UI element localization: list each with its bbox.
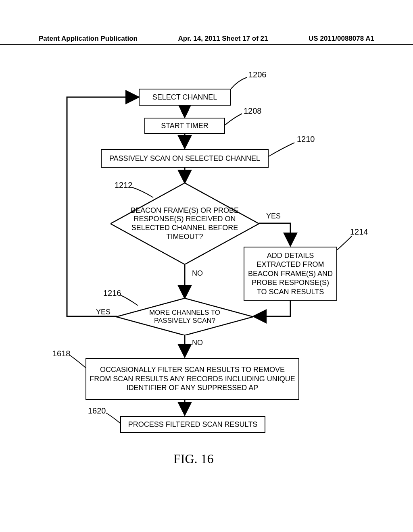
label-no-beacon: NO: [192, 269, 203, 278]
step-filter-results-label: OCCASIONALLY FILTER SCAN RESULTS TO REMO…: [90, 365, 295, 393]
decision-beacon-received-label: BEACON FRAME(S) OR PROBE RESPONSE(S) REC…: [123, 206, 247, 241]
ref-1216: 1216: [103, 289, 121, 298]
decision-more-channels-label: MORE CHANNELS TO PASSIVELY SCAN?: [134, 309, 236, 325]
step-start-timer: START TIMER: [144, 118, 225, 134]
ref-1212: 1212: [115, 181, 133, 190]
ref-1210: 1210: [297, 135, 315, 144]
decision-beacon-received: BEACON FRAME(S) OR PROBE RESPONSE(S) REC…: [111, 183, 259, 264]
figure-caption: FIG. 16: [173, 451, 214, 466]
decision-more-channels: MORE CHANNELS TO PASSIVELY SCAN?: [116, 298, 253, 335]
label-no-more: NO: [192, 339, 203, 347]
step-select-channel: SELECT CHANNEL: [139, 89, 231, 106]
header-right: US 2011/0088078 A1: [309, 35, 374, 43]
step-process-results: PROCESS FILTERED SCAN RESULTS: [120, 416, 265, 433]
step-add-details-label: ADD DETAILS EXTRACTED FROM BEACON FRAME(…: [248, 251, 333, 297]
step-process-results-label: PROCESS FILTERED SCAN RESULTS: [128, 420, 257, 429]
page-header: Patent Application Publication Apr. 14, …: [0, 35, 413, 45]
step-select-channel-label: SELECT CHANNEL: [152, 93, 217, 102]
step-filter-results: OCCASIONALLY FILTER SCAN RESULTS TO REMO…: [86, 358, 299, 400]
ref-1206: 1206: [248, 70, 267, 79]
ref-1208: 1208: [244, 106, 262, 116]
label-yes-beacon: YES: [266, 212, 281, 220]
step-start-timer-label: START TIMER: [161, 121, 209, 131]
header-center: Apr. 14, 2011 Sheet 17 of 21: [178, 35, 268, 43]
step-passive-scan: PASSIVELY SCAN ON SELECTED CHANNEL: [101, 149, 269, 168]
ref-1618: 1618: [52, 349, 71, 358]
step-add-details: ADD DETAILS EXTRACTED FROM BEACON FRAME(…: [244, 247, 337, 301]
ref-1620: 1620: [88, 406, 106, 416]
label-yes-more: YES: [96, 308, 111, 316]
ref-1214: 1214: [350, 227, 368, 237]
step-passive-scan-label: PASSIVELY SCAN ON SELECTED CHANNEL: [109, 154, 260, 163]
header-left: Patent Application Publication: [39, 35, 138, 43]
flowchart-diagram: SELECT CHANNEL START TIMER PASSIVELY SCA…: [0, 48, 413, 532]
